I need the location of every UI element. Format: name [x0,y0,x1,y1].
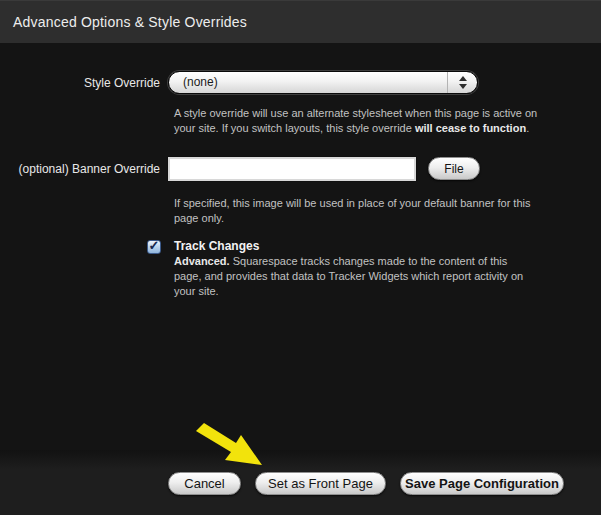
save-page-configuration-button[interactable]: Save Page Configuration [400,472,564,495]
dialog-title: Advanced Options & Style Overrides [13,1,247,43]
help-line: page only. [174,211,530,226]
style-override-label: Style Override [0,76,160,90]
track-changes-checkbox[interactable]: ✓ [147,240,161,254]
help-line: A style override will use an alternate s… [174,106,537,121]
help-line: Advanced. Squarespace tracks changes mad… [174,254,523,269]
annotation-arrow-icon [192,422,267,467]
banner-override-help: If specified, this image will be used in… [174,196,530,226]
help-line: your site. [174,284,523,299]
stepper-down-icon [459,84,467,89]
help-text-bold: will cease to function [415,122,526,134]
help-line: page, and provides that data to Tracker … [174,269,523,284]
help-line: your site. If you switch layouts, this s… [174,121,537,136]
dialog-footer: Cancel Set as Front Page Save Page Confi… [0,450,601,515]
help-text: . [526,122,529,134]
stepper-up-icon [459,76,467,81]
help-text-bold: Advanced. [174,255,230,267]
help-text: your site. If you switch layouts, this s… [174,122,415,134]
select-stepper-icon [447,72,477,93]
banner-override-label: (optional) Banner Override [0,162,160,176]
style-override-help: A style override will use an alternate s… [174,106,537,136]
dialog-title-bar: Advanced Options & Style Overrides [0,0,601,43]
set-as-front-page-button[interactable]: Set as Front Page [255,472,386,495]
style-override-select[interactable]: (none) [168,71,478,94]
help-line: If specified, this image will be used in… [174,196,530,211]
advanced-options-dialog: Advanced Options & Style Overrides -Fuel… [0,0,601,515]
track-changes-label: Track Changes [174,239,259,253]
checkmark-icon: ✓ [149,240,160,252]
style-override-selected-value: (none) [183,72,218,93]
banner-override-input[interactable] [168,157,416,181]
cancel-button[interactable]: Cancel [168,472,241,495]
track-changes-help: Advanced. Squarespace tracks changes mad… [174,254,523,299]
help-text: Squarespace tracks changes made to the c… [230,255,508,267]
file-button[interactable]: File [428,157,480,180]
